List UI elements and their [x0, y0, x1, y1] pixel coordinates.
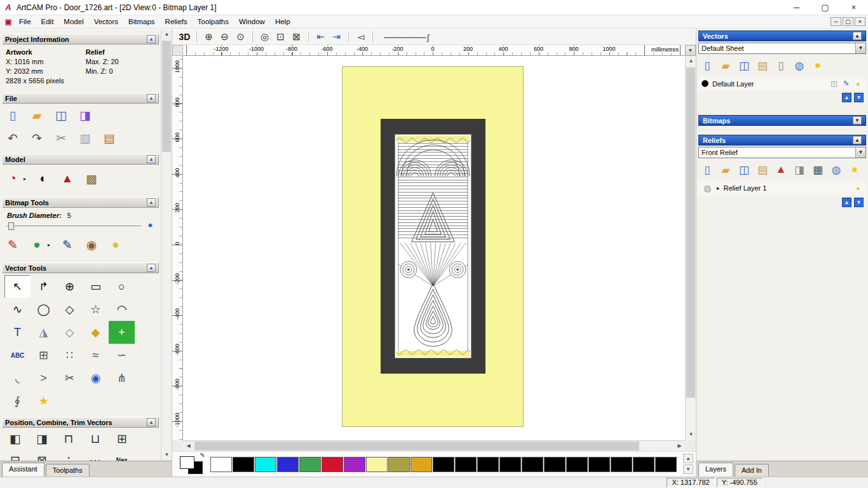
save-model-icon[interactable]: ◫: [53, 107, 69, 123]
import-vectors-icon[interactable]: ▤: [756, 58, 770, 72]
collapse-vector-tools-button[interactable]: ▲: [147, 264, 156, 272]
move-layer-up-button[interactable]: ▲: [842, 93, 851, 102]
vector-grid-icon[interactable]: ⊞: [31, 344, 57, 367]
collapse-bitmap-tools-button[interactable]: ▲: [147, 198, 156, 207]
relief-selector-dropdown[interactable]: Front Relief ▼: [698, 147, 866, 158]
colour-picker-icon[interactable]: ◉: [83, 236, 100, 253]
move-relief-up-button[interactable]: ▲: [842, 198, 851, 207]
spin-vectors-icon[interactable]: ◉: [83, 367, 109, 390]
brush-diameter-slider[interactable]: ◆: [6, 221, 153, 231]
align-top-icon[interactable]: ⊓: [60, 430, 77, 447]
zoom-in-icon[interactable]: ⊕: [201, 30, 216, 44]
transform-vectors-icon[interactable]: ⊕: [57, 275, 83, 298]
canvas-scroll-left-button[interactable]: ◀: [183, 441, 194, 452]
centre-in-page-icon[interactable]: ⊞: [114, 430, 130, 447]
layer-visibility-icon[interactable]: ●: [853, 79, 863, 88]
relief-layer-row[interactable]: ◍ ▸ Relief Layer 1 ●: [698, 181, 866, 195]
invert-relief-icon[interactable]: ◐: [35, 170, 51, 187]
relief-wizard-icon[interactable]: ▲: [774, 163, 788, 177]
new-relief-layer-icon[interactable]: ▯: [700, 163, 714, 177]
export-model-icon[interactable]: ◨: [77, 107, 93, 123]
colour-swatch-19[interactable]: [633, 457, 654, 472]
set-model-size-icon[interactable]: ◔: [4, 170, 21, 187]
flood-fill-icon[interactable]: ●: [107, 236, 124, 253]
colour-swatch-8[interactable]: [388, 457, 410, 472]
colour-swatch-1[interactable]: [233, 457, 254, 472]
copy-icon[interactable]: ▥: [77, 130, 93, 146]
colour-swatch-17[interactable]: [588, 457, 610, 472]
create-text-icon[interactable]: T: [4, 321, 31, 344]
colour-swatch-14[interactable]: [522, 457, 543, 472]
move-layer-down-button[interactable]: ▼: [854, 93, 864, 102]
slider-handle[interactable]: [8, 222, 14, 230]
layer-colour-dot[interactable]: [702, 80, 709, 87]
open-model-icon[interactable]: ▰: [29, 107, 45, 123]
close-button[interactable]: ×: [839, 0, 868, 15]
wrap-text-icon[interactable]: ◮: [31, 321, 57, 344]
collapse-vectors-button[interactable]: ▲: [853, 32, 862, 40]
paint-brush-icon[interactable]: ✎: [4, 236, 21, 253]
toggle-relief-visibility-icon[interactable]: ●: [848, 163, 862, 177]
scroll-up-button[interactable]: ▲: [161, 29, 172, 40]
minimize-button[interactable]: ─: [782, 0, 811, 15]
relief-layer-name[interactable]: Relief Layer 1: [724, 184, 850, 192]
save-vectors-icon[interactable]: ◫: [737, 58, 751, 72]
view-3d-button[interactable]: 3D: [177, 30, 192, 44]
colour-swatch-6[interactable]: [344, 457, 365, 472]
scroll-down-button[interactable]: ▼: [161, 450, 172, 461]
palette-scroll-down-button[interactable]: ▼: [683, 464, 693, 474]
zoom-window-icon[interactable]: ⊡: [273, 30, 288, 44]
canvas-scroll-right-button[interactable]: ▶: [674, 441, 685, 452]
expand-bitmaps-button[interactable]: ▼: [853, 116, 862, 125]
snap-right-icon[interactable]: ⇥: [329, 30, 344, 44]
vector-wizard-icon[interactable]: ★: [31, 390, 57, 412]
menu-item-reliefs[interactable]: Reliefs: [160, 17, 193, 27]
create-star-icon[interactable]: ☆: [83, 298, 109, 321]
menu-item-vectors[interactable]: Vectors: [89, 17, 123, 27]
menu-item-toolpaths[interactable]: Toolpaths: [193, 17, 234, 27]
trim-vectors-icon[interactable]: ✂: [57, 367, 83, 390]
menu-item-file[interactable]: File: [14, 17, 36, 27]
colour-swatch-4[interactable]: [299, 457, 321, 472]
tab-toolpaths[interactable]: Toolpaths: [46, 464, 90, 477]
weld-vectors-icon[interactable]: ∴: [60, 452, 77, 461]
colour-swatch-12[interactable]: [477, 457, 499, 472]
colour-swatch-2[interactable]: [255, 457, 276, 472]
select-vectors-icon[interactable]: ↖: [4, 275, 31, 298]
create-polyline-icon[interactable]: ∿: [4, 298, 31, 321]
menu-item-edit[interactable]: Edit: [36, 17, 59, 27]
vector-layer-name[interactable]: Default Layer: [712, 80, 825, 88]
line-width-preview[interactable]: ──────── ʃ: [377, 30, 435, 44]
mdi-restore-button[interactable]: ▢: [843, 17, 853, 26]
sculpting-icon[interactable]: ▲: [59, 170, 76, 187]
combine-vectors-icon[interactable]: ⊠: [34, 452, 50, 461]
canvas-scroll-down-button[interactable]: ▼: [686, 430, 696, 440]
toggle-all-layers-icon[interactable]: ●: [811, 58, 825, 72]
create-arc-icon[interactable]: ◠: [109, 298, 135, 321]
collapse-project-info-button[interactable]: ▲: [147, 35, 156, 43]
colour-swatch-20[interactable]: [655, 457, 677, 472]
node-editing-icon[interactable]: ↱: [31, 275, 57, 298]
open-relief-icon[interactable]: ▰: [719, 163, 733, 177]
move-relief-down-button[interactable]: ▼: [854, 198, 864, 207]
align-centre-icon[interactable]: ⊟: [7, 452, 24, 461]
undo-icon[interactable]: ↶: [4, 130, 21, 146]
colour-swatch-16[interactable]: [566, 457, 588, 472]
create-rectangle-icon[interactable]: ▭: [83, 275, 109, 298]
vector-sheet-dropdown[interactable]: Default Sheet ▼: [698, 43, 866, 54]
expander-icon[interactable]: ▸: [717, 185, 720, 191]
collapse-file-button[interactable]: ▲: [147, 94, 156, 102]
bridge-vectors-icon[interactable]: >: [31, 367, 57, 390]
offset-vectors-icon[interactable]: ◆: [83, 321, 109, 344]
align-bottom-icon[interactable]: ⊔: [87, 430, 104, 447]
tab-assistant[interactable]: Assistant: [2, 463, 44, 477]
maximize-button[interactable]: ▢: [811, 0, 839, 15]
trim-pieces-icon[interactable]: ⋯: [87, 452, 104, 461]
tab-add-in[interactable]: Add In: [735, 464, 769, 477]
primary-secondary-colour-widget[interactable]: ✎: [180, 455, 204, 474]
primary-colour-swatch[interactable]: [180, 456, 194, 469]
wrap-curve-icon[interactable]: ∮: [4, 390, 31, 412]
create-ellipse-icon[interactable]: ◯: [31, 298, 57, 321]
new-vector-layer-icon[interactable]: ▯: [700, 58, 714, 72]
fit-arcs-icon[interactable]: ≈: [83, 344, 109, 367]
